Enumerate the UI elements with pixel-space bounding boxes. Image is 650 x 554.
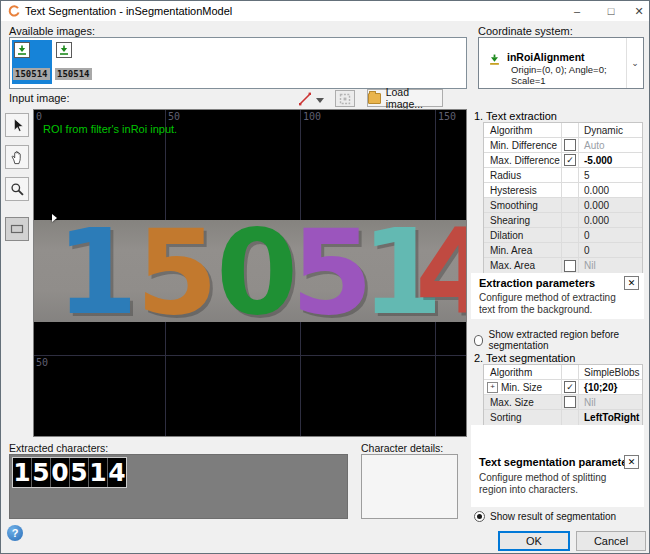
- param-value[interactable]: SimpleBlobs: [579, 367, 642, 378]
- text-segmentation-table: Algorithm SimpleBlobs Min. Size {10;20} …: [483, 364, 643, 426]
- param-name: Max. Area: [484, 258, 562, 273]
- roi-color-icon[interactable]: [298, 92, 312, 106]
- param-row: Radius 5: [484, 168, 642, 183]
- param-value[interactable]: Dynamic: [579, 125, 642, 136]
- param-row: Max. Area Nil: [484, 258, 642, 273]
- checkbox-icon[interactable]: [564, 381, 576, 393]
- maximize-icon[interactable]: □: [595, 1, 627, 21]
- param-name: Algorithm: [484, 123, 562, 137]
- param-value[interactable]: {10;20}: [579, 382, 642, 393]
- input-image-strip: 1 5 0 5 1 4: [34, 220, 467, 322]
- checkbox-icon[interactable]: [564, 396, 576, 408]
- param-checkbox-cell: [562, 410, 579, 425]
- extracted-char-tile[interactable]: 5: [32, 458, 51, 487]
- text-segmentation-title: 2. Text segmentation: [474, 352, 575, 364]
- param-name: Hysteresis: [484, 183, 562, 197]
- param-row: Min. Size {10;20}: [484, 380, 642, 395]
- param-value[interactable]: Nil: [579, 397, 642, 408]
- show-extracted-region-option[interactable]: Show extracted region before segmentatio…: [474, 329, 649, 351]
- param-row: Dilation 0: [484, 228, 642, 243]
- ruler-label: 0: [36, 111, 42, 122]
- coordinate-system-combobox[interactable]: inRoiAlignment Origin=(0, 0); Angle=0; S…: [478, 37, 644, 89]
- ruler-label: 150: [438, 111, 456, 122]
- select-tool-icon[interactable]: [5, 113, 29, 137]
- load-image-label: Load image...: [386, 86, 442, 110]
- param-checkbox-cell: [562, 228, 579, 242]
- radio-label: Show extracted region before segmentatio…: [488, 329, 649, 351]
- checkbox-icon[interactable]: [564, 260, 576, 272]
- param-value[interactable]: Auto: [579, 140, 642, 151]
- segmented-digit: 1: [56, 222, 138, 322]
- coordinate-system-details: Origin=(0, 0); Angle=0; Scale=1: [511, 64, 643, 86]
- param-row: Algorithm Dynamic: [484, 123, 642, 138]
- ok-button[interactable]: OK: [498, 531, 570, 551]
- show-result-option[interactable]: Show result of segmentation: [474, 511, 616, 522]
- param-row: Sorting LeftToRight: [484, 410, 642, 425]
- expand-icon[interactable]: [487, 382, 498, 393]
- extraction-parameters-description: Configure method of extracting text from…: [479, 292, 631, 316]
- extracted-char-tile[interactable]: 1: [89, 458, 108, 487]
- grid-line-horizontal: [34, 355, 466, 356]
- coordinate-system-label: Coordinate system:: [478, 25, 573, 37]
- close-panel-icon[interactable]: ✕: [624, 455, 639, 469]
- param-value[interactable]: -5.000: [579, 155, 642, 166]
- param-name: Algorithm: [484, 365, 562, 379]
- param-name: Shearing: [484, 213, 562, 227]
- extracted-char-tile[interactable]: 1: [13, 458, 32, 487]
- folder-icon: [368, 93, 381, 104]
- checkbox-icon[interactable]: [564, 139, 576, 151]
- available-images-label: Available images:: [9, 25, 95, 37]
- param-value[interactable]: Nil: [579, 260, 642, 271]
- cancel-button[interactable]: Cancel: [576, 531, 646, 551]
- segmented-digit: 4: [415, 222, 467, 322]
- param-value[interactable]: 0: [579, 230, 642, 241]
- available-images-list: 150514 150514: [9, 37, 467, 89]
- segmentation-parameters-description: Configure method of splitting region int…: [479, 472, 631, 496]
- param-checkbox-cell: [562, 213, 579, 227]
- coordinate-system-name: inRoiAlignment: [507, 51, 585, 63]
- param-row: Smoothing 0.000: [484, 198, 642, 213]
- rectangle-roi-tool-icon[interactable]: [5, 217, 29, 241]
- fit-to-window-icon[interactable]: [335, 90, 355, 107]
- text-extraction-title: 1. Text extraction: [474, 110, 557, 122]
- image-thumbnail[interactable]: 150514: [54, 40, 94, 84]
- param-name: Max. Size: [484, 395, 562, 409]
- extracted-char-tile[interactable]: 4: [108, 458, 126, 487]
- param-checkbox-cell: [562, 198, 579, 212]
- minimize-icon[interactable]: –: [561, 1, 593, 21]
- import-image-icon: [56, 42, 72, 58]
- checkbox-icon[interactable]: [564, 154, 576, 166]
- param-value[interactable]: 0: [579, 245, 642, 256]
- image-thumbnail-selected[interactable]: 150514: [12, 40, 52, 84]
- param-name: Max. Difference: [484, 153, 562, 167]
- radio-icon[interactable]: [474, 335, 483, 346]
- param-checkbox-cell: [562, 380, 579, 394]
- param-checkbox-cell: [562, 153, 579, 167]
- dropdown-arrow-icon[interactable]: [315, 96, 325, 104]
- param-value[interactable]: LeftToRight: [579, 412, 642, 423]
- image-canvas[interactable]: 0 50 100 150 50 ROI from filter's inRoi …: [33, 109, 467, 437]
- param-value[interactable]: 0.000: [579, 185, 642, 196]
- param-value[interactable]: 5: [579, 170, 642, 181]
- load-image-button[interactable]: Load image...: [367, 89, 443, 107]
- segmentation-parameters-panel: Text segmentation parameters ✕ Configure…: [471, 425, 644, 507]
- text-segmentation-dialog: Text Segmentation - inSegmentationModel …: [0, 0, 650, 554]
- param-name: Sorting: [484, 410, 562, 425]
- pan-tool-icon[interactable]: [5, 145, 29, 169]
- param-value[interactable]: 0.000: [579, 200, 642, 211]
- param-value[interactable]: 0.000: [579, 215, 642, 226]
- close-panel-icon[interactable]: ✕: [624, 276, 639, 290]
- zoom-tool-icon[interactable]: [5, 177, 29, 201]
- import-image-icon: [14, 42, 30, 58]
- radio-icon[interactable]: [474, 511, 485, 522]
- extracted-char-tile[interactable]: 0: [51, 458, 70, 487]
- input-image-label: Input image:: [9, 92, 70, 104]
- chevron-down-icon[interactable]: ⌄: [626, 38, 643, 88]
- extracted-char-tile[interactable]: 5: [70, 458, 89, 487]
- app-icon: [7, 5, 20, 18]
- roi-note: ROI from filter's inRoi input.: [43, 123, 177, 135]
- character-details-view: [361, 454, 458, 519]
- extracted-characters-view[interactable]: 1 5 0 5 1 4: [9, 454, 348, 519]
- close-icon[interactable]: ✕: [628, 1, 650, 21]
- help-icon[interactable]: ?: [7, 525, 23, 541]
